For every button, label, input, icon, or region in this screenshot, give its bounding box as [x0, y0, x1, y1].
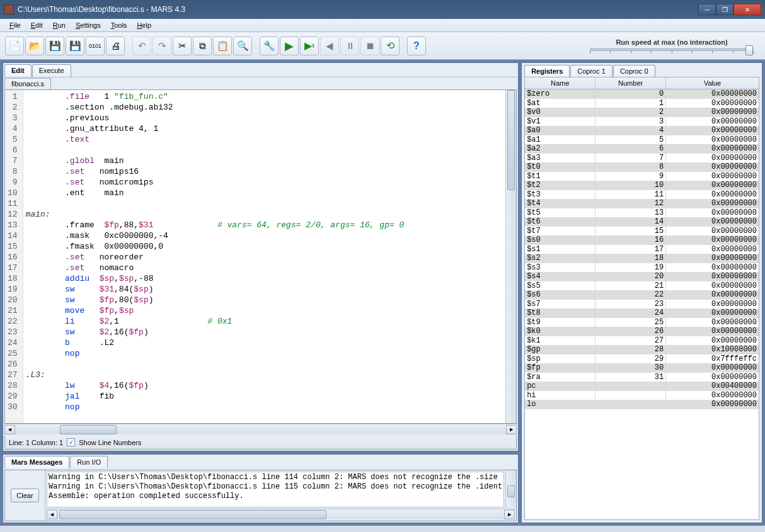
dump-memory-button[interactable]: 0101 — [86, 37, 105, 55]
tab-coproc1[interactable]: Coproc 1 — [570, 65, 613, 77]
minimize-button[interactable]: ─ — [698, 4, 716, 15]
register-row[interactable]: $sp290x7fffeffc — [525, 354, 759, 364]
file-tab[interactable]: fibonacci.s — [4, 78, 51, 89]
close-button[interactable]: ✕ — [733, 4, 761, 15]
tab-registers[interactable]: Registers — [524, 65, 570, 77]
messages-hscroll[interactable]: ◄ ► — [47, 509, 515, 519]
tab-coproc0[interactable]: Coproc 0 — [613, 65, 655, 77]
message-text[interactable]: Warning in C:\Users\Thomas\Desktop\fibon… — [47, 472, 504, 507]
vscroll-thumb[interactable] — [507, 90, 515, 190]
editor-vscroll[interactable] — [505, 90, 516, 423]
menu-help[interactable]: Help — [132, 20, 156, 30]
menu-settings[interactable]: Settings — [71, 20, 105, 30]
maximize-button[interactable]: ❐ — [716, 4, 733, 15]
menu-file[interactable]: File — [5, 20, 25, 30]
register-row[interactable]: $v020x00000000 — [525, 108, 759, 117]
run-speed-slider[interactable] — [590, 48, 754, 51]
msg-hscroll-right[interactable]: ► — [504, 510, 515, 519]
register-row[interactable]: $s7230x00000000 — [525, 300, 759, 309]
messages-vscroll[interactable] — [505, 470, 516, 509]
registers-panel: Registers Coproc 1 Coproc 0 Name Number … — [521, 62, 762, 523]
register-row[interactable]: $s3190x00000000 — [525, 263, 759, 273]
hscroll-thumb[interactable] — [60, 425, 117, 434]
register-row[interactable]: $t6140x00000000 — [525, 217, 759, 227]
register-row[interactable]: $a370x00000000 — [525, 154, 759, 163]
hscroll-right[interactable]: ► — [506, 425, 517, 434]
print-button[interactable]: 🖨 — [106, 37, 125, 55]
register-row[interactable]: $s1170x00000000 — [525, 245, 759, 254]
register-row[interactable]: $t9250x00000000 — [525, 318, 759, 327]
register-row[interactable]: $s4200x00000000 — [525, 272, 759, 281]
register-row[interactable]: $a040x00000000 — [525, 126, 759, 135]
msg-vscroll-thumb[interactable] — [507, 485, 515, 497]
menu-run[interactable]: Run — [49, 20, 70, 30]
register-row[interactable]: pc0x00400000 — [525, 382, 759, 391]
col-number[interactable]: Number — [595, 77, 666, 89]
register-row[interactable]: $t2100x00000000 — [525, 181, 759, 190]
cut-button[interactable]: ✂ — [173, 37, 192, 55]
hscroll-left[interactable]: ◄ — [4, 425, 15, 434]
register-row[interactable]: $t3110x00000000 — [525, 190, 759, 200]
editor-panel: Edit Execute fibonacci.s 1 2 3 4 5 6 7 8… — [3, 62, 519, 451]
register-row[interactable]: hi0x00000000 — [525, 391, 759, 400]
new-file-button[interactable]: 📄 — [5, 37, 24, 55]
show-line-numbers-checkbox[interactable]: ✓ — [67, 438, 75, 446]
register-row[interactable]: $fp300x00000000 — [525, 363, 759, 373]
run-step-button[interactable]: ▶1 — [300, 37, 319, 55]
register-row[interactable]: $t7150x00000000 — [525, 227, 759, 236]
register-row[interactable]: $gp280x10008000 — [525, 345, 759, 354]
tab-mars-messages[interactable]: Mars Messages — [4, 456, 69, 468]
tab-execute[interactable]: Execute — [32, 64, 71, 77]
register-row[interactable]: $s6220x00000000 — [525, 290, 759, 300]
menu-tools[interactable]: Tools — [106, 20, 132, 30]
reset-button[interactable]: ⟲ — [381, 37, 400, 55]
register-row[interactable]: $s2180x00000000 — [525, 254, 759, 263]
undo-button[interactable]: ↶ — [132, 37, 151, 55]
msg-hscroll-left[interactable]: ◄ — [47, 510, 57, 519]
register-row[interactable]: $t5130x00000000 — [525, 208, 759, 218]
tab-edit[interactable]: Edit — [4, 64, 32, 77]
tab-run-io[interactable]: Run I/O — [70, 456, 108, 468]
register-row[interactable]: $at10x00000000 — [525, 99, 759, 108]
save-button[interactable]: 💾 — [45, 37, 64, 55]
register-row[interactable]: lo0x00000000 — [525, 400, 759, 409]
slider-thumb[interactable] — [745, 45, 753, 55]
register-row[interactable]: $a150x00000000 — [525, 135, 759, 145]
editor-hscroll[interactable]: ◄ ► — [4, 424, 517, 434]
register-row[interactable]: $k1270x00000000 — [525, 336, 759, 346]
register-header: Name Number Value — [524, 77, 759, 89]
assemble-button[interactable]: 🔧 — [260, 37, 279, 55]
run-button[interactable]: ▶ — [280, 37, 299, 55]
open-file-button[interactable]: 📂 — [25, 37, 44, 55]
stop-button[interactable]: ⏹ — [360, 37, 379, 55]
register-row[interactable]: $s5210x00000000 — [525, 281, 759, 291]
step-back-button[interactable]: ◀ — [320, 37, 339, 55]
register-row[interactable]: $t4120x00000000 — [525, 199, 759, 208]
register-row[interactable]: $zero00x00000000 — [525, 89, 759, 99]
run-speed-control: Run speed at max (no interaction) — [584, 38, 760, 54]
code-text[interactable]: .file 1 "fib_fun.c" .section .mdebug.abi… — [23, 90, 506, 423]
pause-button[interactable]: ⏸ — [340, 37, 359, 55]
copy-button[interactable]: ⧉ — [193, 37, 212, 55]
register-row[interactable]: $k0260x00000000 — [525, 327, 759, 336]
register-row[interactable]: $t080x00000000 — [525, 162, 759, 172]
paste-button[interactable]: 📋 — [213, 37, 232, 55]
help-button[interactable]: ? — [407, 37, 426, 55]
messages-panel: Mars Messages Run I/O Clear Warning in C… — [3, 454, 519, 523]
register-row[interactable]: $ra310x00000000 — [525, 373, 759, 382]
register-row[interactable]: $t190x00000000 — [525, 172, 759, 181]
register-table[interactable]: $zero00x00000000$at10x00000000$v020x0000… — [524, 89, 759, 520]
col-name[interactable]: Name — [525, 77, 595, 89]
msg-hscroll-thumb[interactable] — [59, 510, 326, 519]
menu-edit[interactable]: Edit — [26, 20, 47, 30]
code-editor[interactable]: 1 2 3 4 5 6 7 8 9 10 11 12 13 14 15 16 1… — [5, 90, 516, 423]
clear-button[interactable]: Clear — [11, 489, 38, 502]
col-value[interactable]: Value — [666, 77, 759, 89]
save-as-button[interactable]: 💾 — [66, 37, 84, 55]
register-row[interactable]: $a260x00000000 — [525, 144, 759, 154]
redo-button[interactable]: ↷ — [152, 37, 171, 55]
register-row[interactable]: $t8240x00000000 — [525, 308, 759, 318]
find-button[interactable]: 🔍 — [233, 37, 252, 55]
register-row[interactable]: $s0160x00000000 — [525, 235, 759, 245]
register-row[interactable]: $v130x00000000 — [525, 117, 759, 127]
